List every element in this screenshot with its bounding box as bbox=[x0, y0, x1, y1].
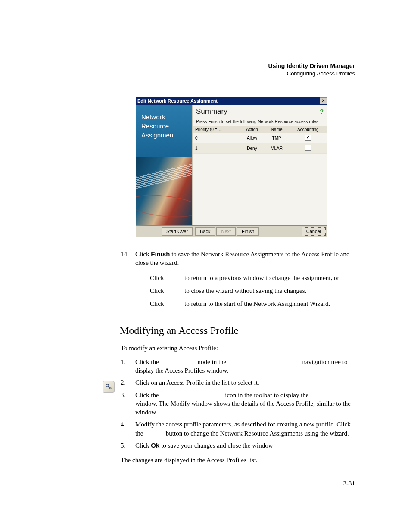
checkbox-icon[interactable] bbox=[305, 145, 311, 151]
col-priority[interactable]: Priority (0 = … bbox=[193, 126, 240, 133]
back-button[interactable]: Back bbox=[195, 227, 215, 236]
step-2-text: Click on an Access Profile in the list t… bbox=[135, 378, 355, 387]
click-label: Click bbox=[150, 286, 184, 295]
page-header: Using Identity Driven Manager Configurin… bbox=[268, 62, 355, 77]
cell-action: Deny bbox=[240, 143, 264, 154]
dialog-button-bar: Start Over Back Next Finish Cancel bbox=[136, 226, 327, 237]
finish-button[interactable]: Finish bbox=[237, 227, 259, 236]
text: Click bbox=[135, 442, 151, 449]
col-action[interactable]: Action bbox=[240, 126, 264, 133]
step-4-text: Modify the access profile parameters, as… bbox=[135, 420, 355, 438]
dialog-main: Summary ? Press Finish to set the follow… bbox=[192, 105, 327, 225]
summary-heading: Summary bbox=[196, 107, 227, 116]
text: Click bbox=[135, 251, 151, 258]
svg-point-0 bbox=[106, 384, 109, 387]
start-over-button[interactable]: Start Over bbox=[162, 227, 193, 236]
cell-action: Allow bbox=[240, 133, 264, 143]
click-cancel-row: Click to close the wizard without saving… bbox=[135, 286, 355, 295]
list-number: 4. bbox=[121, 420, 135, 438]
cancel-desc: to close the wizard without saving the c… bbox=[184, 286, 355, 295]
header-title: Using Identity Driven Manager bbox=[268, 62, 355, 69]
table-row[interactable]: 0 Allow TMP ✔ bbox=[193, 133, 327, 143]
cancel-button[interactable]: Cancel bbox=[302, 227, 326, 236]
help-icon[interactable]: ? bbox=[320, 108, 324, 115]
cell-accounting bbox=[289, 143, 327, 154]
cell-priority: 1 bbox=[193, 143, 240, 154]
rules-table: Priority (0 = … Action Name Accounting 0… bbox=[193, 126, 327, 154]
col-accounting[interactable]: Accounting bbox=[289, 126, 327, 133]
step-14: 14. Click Finish to save the Network Res… bbox=[121, 250, 355, 312]
cell-name: TMP bbox=[265, 133, 289, 143]
modify-profile-toolbar-icon bbox=[103, 381, 115, 393]
list-number: 5. bbox=[121, 441, 135, 450]
back-desc: to return to a previous window to change… bbox=[184, 274, 355, 282]
sidebar-decorative-image bbox=[136, 157, 192, 225]
step-2: 2. Click on an Access Profile in the lis… bbox=[121, 378, 355, 387]
cell-accounting: ✔ bbox=[289, 133, 327, 143]
col-name[interactable]: Name bbox=[265, 126, 289, 133]
list-number: 3. bbox=[121, 391, 135, 417]
intro-paragraph: To modify an existing Access Profile: bbox=[121, 344, 355, 352]
dialog-title: Edit Network Resource Assignment bbox=[137, 97, 218, 105]
step-14-text: Click Finish to save the Network Resourc… bbox=[135, 250, 355, 312]
step-1-text: Click the node in the navigation tree to… bbox=[135, 358, 355, 375]
step-4: 4. Modify the access profile parameters,… bbox=[121, 420, 355, 438]
bold-ok: Ok bbox=[151, 442, 159, 449]
page: Using Identity Driven Manager Configurin… bbox=[0, 0, 411, 532]
click-label: Click bbox=[150, 299, 184, 308]
click-label: Click bbox=[150, 274, 184, 282]
step-5: 5. Click Ok to save your changes and clo… bbox=[121, 441, 355, 450]
footer-rule bbox=[56, 475, 355, 475]
list-number: 2. bbox=[121, 378, 135, 387]
wizard-dialog: Edit Network Resource Assignment × Netwo… bbox=[136, 97, 327, 237]
closing-paragraph: The changes are displayed in the Access … bbox=[121, 456, 355, 464]
page-number: 3-31 bbox=[343, 480, 355, 487]
checkbox-icon[interactable]: ✔ bbox=[305, 135, 311, 141]
start-over-desc: to return to the start of the Network As… bbox=[184, 299, 355, 308]
step-3: 3. Click the icon in the toolbar to disp… bbox=[121, 391, 355, 417]
dialog-sidebar: Network Resource Assignment bbox=[136, 105, 192, 225]
header-subtitle: Configuring Access Profiles bbox=[268, 70, 355, 77]
dialog-titlebar: Edit Network Resource Assignment × bbox=[136, 97, 327, 105]
bold-finish: Finish bbox=[151, 250, 170, 258]
dialog-body: Network Resource Assignment Summary ? Pr… bbox=[136, 105, 327, 226]
text: to save your changes and close the windo… bbox=[159, 442, 273, 449]
step-5-text: Click Ok to save your changes and close … bbox=[135, 441, 355, 450]
cell-name: MLAR bbox=[265, 143, 289, 154]
sidebar-heading: Network Resource Assignment bbox=[136, 105, 192, 157]
click-back-row: Click to return to a previous window to … bbox=[135, 274, 355, 282]
next-button: Next bbox=[216, 227, 236, 236]
close-icon[interactable]: × bbox=[320, 97, 327, 104]
step-3-text: Click the icon in the toolbar to display… bbox=[135, 391, 355, 417]
click-startover-row: Click to return to the start of the Netw… bbox=[135, 299, 355, 308]
list-number: 1. bbox=[121, 358, 135, 375]
step-1: 1. Click the node in the navigation tree… bbox=[121, 358, 355, 375]
cell-priority: 0 bbox=[193, 133, 240, 143]
list-number: 14. bbox=[121, 250, 135, 312]
body-text: 14. Click Finish to save the Network Res… bbox=[121, 250, 355, 470]
summary-instruction: Press Finish to set the following Networ… bbox=[193, 117, 327, 126]
table-row[interactable]: 1 Deny MLAR bbox=[193, 143, 327, 154]
section-heading: Modifying an Access Profile bbox=[120, 324, 355, 337]
